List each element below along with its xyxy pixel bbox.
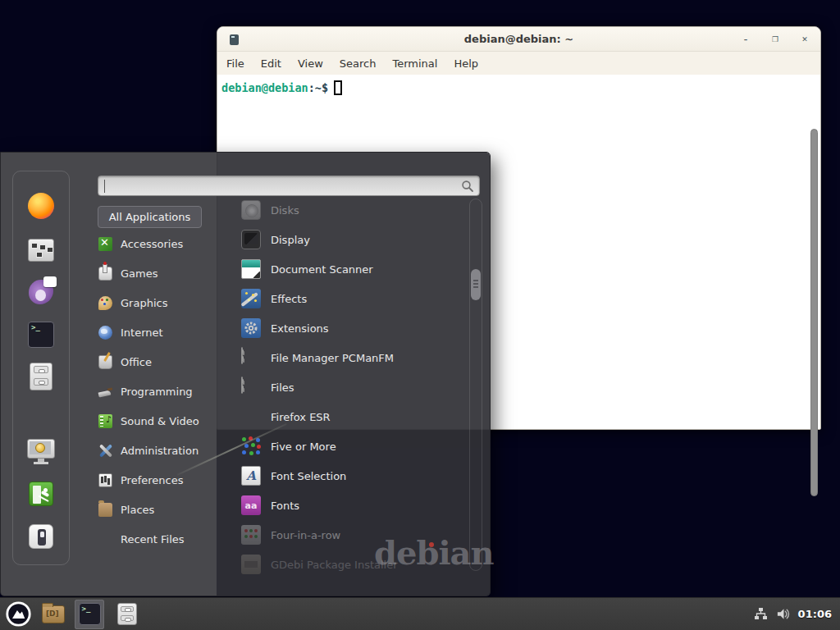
network-icon[interactable] bbox=[754, 607, 769, 622]
maximize-button[interactable]: ❐ bbox=[769, 34, 781, 45]
favorites-panel bbox=[12, 171, 70, 565]
search-icon bbox=[461, 180, 474, 193]
system-tray: 01:06 bbox=[754, 607, 835, 622]
terminal-window-icon bbox=[230, 34, 239, 45]
menu-help[interactable]: Help bbox=[454, 57, 478, 70]
menu-file[interactable]: File bbox=[226, 57, 244, 70]
app-item-four-in-a-row[interactable]: Four-in-a-row bbox=[217, 520, 465, 550]
terminal-titlebar[interactable]: debian@debian: ~ – ❐ ✕ bbox=[217, 27, 820, 52]
app-list-scrollbar-thumb[interactable] bbox=[471, 269, 481, 300]
lock-screen-icon bbox=[27, 439, 55, 463]
app-item-firefox-esr[interactable]: Firefox ESR bbox=[217, 402, 465, 431]
category-list: Accessories Games Graphics Internet Offi… bbox=[91, 229, 217, 554]
desktop: debian debian@debian: ~ – ❐ ✕ File Edit … bbox=[0, 0, 840, 630]
favorite-firefox[interactable] bbox=[25, 190, 57, 221]
search-caret bbox=[104, 180, 105, 193]
terminal-cursor bbox=[334, 80, 342, 95]
files-icon bbox=[241, 377, 261, 397]
category-internet[interactable]: Internet bbox=[91, 317, 217, 347]
internet-icon bbox=[98, 326, 112, 340]
recent-files-icon bbox=[98, 532, 112, 546]
taskbar: 01:06 bbox=[0, 597, 840, 630]
app-item-display[interactable]: Display bbox=[217, 225, 465, 254]
terminal-icon bbox=[28, 322, 54, 348]
extensions-icon bbox=[241, 318, 261, 338]
favorite-software-manager[interactable] bbox=[25, 235, 57, 266]
four-in-a-row-icon bbox=[241, 525, 261, 545]
app-item-file-manager-pcmanfm[interactable]: File Manager PCManFM bbox=[217, 343, 465, 372]
app-item-disks[interactable]: Disks bbox=[217, 195, 465, 225]
log-out-button[interactable] bbox=[25, 478, 57, 509]
favorite-terminal[interactable] bbox=[25, 319, 57, 350]
app-item-gdebi[interactable]: GDebi Package Installer bbox=[217, 550, 465, 579]
file-cabinet-icon bbox=[117, 603, 137, 625]
firefox-icon bbox=[28, 193, 54, 219]
log-out-icon bbox=[29, 482, 53, 506]
favorite-pidgin[interactable] bbox=[25, 276, 57, 308]
prompt-user-host: debian@debian bbox=[221, 81, 308, 94]
menu-terminal[interactable]: Terminal bbox=[392, 57, 437, 70]
terminal-scrollbar[interactable] bbox=[810, 129, 818, 500]
app-item-extensions[interactable]: Extensions bbox=[217, 313, 465, 343]
category-places[interactable]: Places bbox=[91, 495, 217, 524]
file-cabinet-icon bbox=[30, 363, 52, 390]
taskbar-file-manager-button[interactable] bbox=[112, 600, 142, 629]
all-applications-button[interactable]: All Applications bbox=[98, 206, 202, 228]
category-preferences[interactable]: Preferences bbox=[91, 465, 217, 495]
close-button[interactable]: ✕ bbox=[799, 34, 810, 45]
document-scanner-icon bbox=[241, 259, 261, 279]
firefox-icon bbox=[241, 407, 261, 427]
category-sound-video[interactable]: Sound & Video bbox=[91, 406, 217, 436]
favorite-file-manager[interactable] bbox=[25, 361, 57, 392]
app-item-effects[interactable]: Effects bbox=[217, 284, 465, 313]
app-item-font-selection[interactable]: A Font Selection bbox=[217, 461, 465, 491]
category-accessories[interactable]: Accessories bbox=[91, 229, 217, 258]
gdebi-icon bbox=[241, 555, 261, 574]
app-item-document-scanner[interactable]: Document Scanner bbox=[217, 254, 465, 284]
desktop-folder-launcher[interactable] bbox=[40, 600, 66, 628]
games-icon bbox=[98, 267, 112, 281]
menu-search[interactable]: Search bbox=[340, 57, 377, 70]
fonts-icon: aa bbox=[241, 495, 261, 515]
accessories-icon bbox=[98, 237, 112, 251]
taskbar-clock[interactable]: 01:06 bbox=[798, 608, 832, 620]
app-item-files[interactable]: Files bbox=[217, 372, 465, 402]
menu-edit[interactable]: Edit bbox=[261, 57, 281, 70]
app-list: Disks Display Document Scanner Effects bbox=[217, 195, 465, 579]
lock-screen-button[interactable] bbox=[25, 436, 57, 467]
pcmanfm-icon bbox=[241, 348, 261, 368]
category-programming[interactable]: Programming bbox=[91, 377, 217, 406]
terminal-icon bbox=[79, 603, 101, 625]
preferences-icon bbox=[98, 473, 112, 487]
places-icon bbox=[98, 503, 112, 517]
display-icon bbox=[241, 230, 261, 249]
start-menu-app-pane: Disks Display Document Scanner Effects bbox=[217, 153, 490, 596]
category-office[interactable]: Office bbox=[91, 347, 217, 377]
app-item-five-or-more[interactable]: Five or More bbox=[217, 431, 465, 461]
prompt-path: :~$ bbox=[308, 81, 328, 94]
window-controls: – ❐ ✕ bbox=[740, 27, 810, 52]
taskbar-terminal-button[interactable] bbox=[75, 600, 104, 629]
folder-icon bbox=[42, 605, 65, 623]
menu-view[interactable]: View bbox=[298, 57, 323, 70]
menu-button[interactable] bbox=[5, 600, 32, 628]
app-item-fonts[interactable]: aa Fonts bbox=[217, 491, 465, 520]
minimize-button[interactable]: – bbox=[740, 34, 751, 45]
effects-icon bbox=[241, 289, 261, 308]
category-recent-files[interactable]: Recent Files bbox=[91, 524, 217, 554]
sound-video-icon bbox=[98, 414, 112, 428]
category-administration[interactable]: Administration bbox=[91, 436, 217, 465]
graphics-icon bbox=[98, 296, 112, 310]
app-list-scrollbar[interactable] bbox=[469, 199, 482, 571]
font-selection-icon: A bbox=[241, 466, 261, 486]
volume-icon[interactable] bbox=[776, 607, 791, 622]
category-games[interactable]: Games bbox=[91, 258, 217, 288]
terminal-menubar: File Edit View Search Terminal Help bbox=[217, 52, 820, 75]
menu-logo-icon bbox=[6, 601, 31, 627]
disks-icon bbox=[241, 200, 261, 220]
start-menu: Disks Display Document Scanner Effects bbox=[0, 152, 491, 596]
terminal-scrollbar-thumb[interactable] bbox=[810, 129, 818, 496]
category-graphics[interactable]: Graphics bbox=[91, 288, 217, 317]
search-input[interactable] bbox=[98, 176, 480, 196]
shut-down-button[interactable] bbox=[25, 521, 57, 552]
